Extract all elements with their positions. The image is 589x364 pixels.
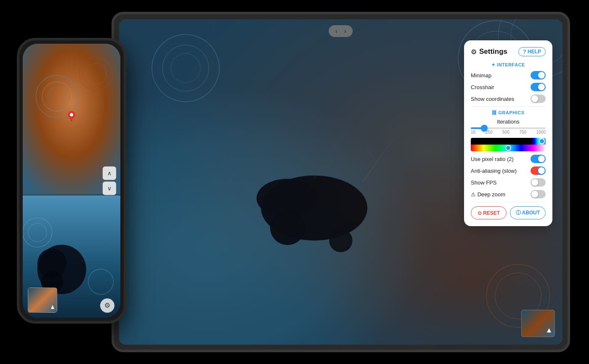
crosshair-label: Crosshair bbox=[471, 84, 494, 90]
minimap-toggle-thumb bbox=[538, 72, 545, 79]
phone-fractal-bottom[interactable]: ⚙ bbox=[23, 195, 120, 318]
show-coordinates-toggle[interactable] bbox=[531, 95, 546, 103]
tablet-prev-button[interactable]: ‹ bbox=[333, 27, 340, 35]
pixel-ratio-label: Use pixel ratio (2) bbox=[471, 156, 514, 162]
settings-gear-icon: ⚙ bbox=[471, 48, 477, 56]
tick-750: 750 bbox=[519, 130, 526, 135]
settings-panel: ⚙ Settings ? HELP ✦ INTERFACE Minimap Cr… bbox=[464, 40, 552, 226]
minimap-toggle-row: Minimap bbox=[471, 71, 546, 79]
show-coordinates-toggle-thumb bbox=[531, 95, 538, 102]
tablet-next-button[interactable]: › bbox=[342, 27, 349, 35]
anti-aliasing-toggle-row: Anti-aliasing (slow) bbox=[471, 166, 546, 175]
show-fps-toggle[interactable] bbox=[531, 178, 546, 187]
phone-gear-button[interactable]: ⚙ bbox=[100, 298, 114, 313]
tablet-minimap bbox=[521, 310, 555, 337]
deep-zoom-label: ⚠ Deep zoom bbox=[471, 191, 505, 198]
pixel-ratio-toggle[interactable] bbox=[531, 155, 546, 163]
anti-aliasing-label: Anti-aliasing (slow) bbox=[471, 168, 517, 174]
tick-500: 500 bbox=[502, 130, 509, 135]
color-top-bar[interactable] bbox=[471, 138, 546, 145]
crosshair-toggle-row: Crosshair bbox=[471, 83, 546, 91]
phone-cursor bbox=[51, 305, 54, 309]
warning-icon: ⚠ bbox=[471, 191, 476, 198]
deep-zoom-toggle[interactable] bbox=[531, 190, 546, 198]
panel-bottom-buttons: ⊙ RESET ⓘ ABOUT bbox=[471, 206, 546, 219]
deep-zoom-toggle-thumb bbox=[531, 191, 538, 198]
phone-up-button[interactable]: ∧ bbox=[103, 166, 116, 180]
iterations-slider-track[interactable] bbox=[471, 127, 546, 129]
tablet-nav: ‹ › bbox=[329, 25, 353, 37]
anti-aliasing-toggle[interactable] bbox=[531, 166, 546, 175]
reset-button[interactable]: ⊙ RESET bbox=[471, 206, 507, 219]
graphics-section-label: 🖼 GRAPHICS bbox=[471, 110, 546, 115]
settings-title: Settings bbox=[479, 47, 507, 56]
color-top-thumb[interactable] bbox=[539, 138, 545, 144]
show-fps-label: Show FPS bbox=[471, 179, 496, 186]
pixel-ratio-toggle-row: Use pixel ratio (2) bbox=[471, 155, 546, 163]
pin-icon bbox=[66, 109, 77, 120]
show-coordinates-label: Show coordinates bbox=[471, 96, 514, 102]
color-bottom-bar[interactable] bbox=[471, 145, 546, 151]
crosshair-toggle-thumb bbox=[538, 84, 545, 90]
phone-location-pin bbox=[68, 111, 75, 121]
tick-1000: 1000 bbox=[536, 130, 546, 135]
iterations-label: Iterations bbox=[471, 119, 546, 125]
phone-arrows: ∧ ∨ bbox=[103, 166, 116, 195]
tablet-device: ‹ › ⚙ Settings ? HELP ✦ INTERFACE Minima… bbox=[111, 12, 570, 352]
pixel-ratio-toggle-thumb bbox=[538, 156, 545, 162]
tick-16: 16 bbox=[471, 130, 475, 135]
divider-2 bbox=[471, 202, 546, 202]
minimap-label: Minimap bbox=[471, 72, 491, 79]
show-coordinates-toggle-row: Show coordinates bbox=[471, 95, 546, 103]
interface-section-label: ✦ INTERFACE bbox=[471, 62, 546, 68]
settings-header: ⚙ Settings ? HELP bbox=[471, 47, 546, 56]
settings-title-group: ⚙ Settings bbox=[471, 47, 507, 56]
color-bottom-thumb[interactable] bbox=[505, 145, 511, 151]
phone-down-button[interactable]: ∨ bbox=[103, 182, 116, 195]
show-fps-toggle-row: Show FPS bbox=[471, 178, 546, 187]
phone-device: ⚙ ∧ ∨ bbox=[17, 38, 126, 324]
crosshair-toggle[interactable] bbox=[531, 83, 546, 91]
minimap-toggle[interactable] bbox=[531, 71, 546, 79]
deep-zoom-toggle-row: ⚠ Deep zoom bbox=[471, 190, 546, 198]
anti-aliasing-toggle-thumb bbox=[538, 167, 545, 174]
tablet-cursor bbox=[547, 328, 551, 332]
show-fps-toggle-thumb bbox=[531, 179, 538, 186]
tablet-screen: ‹ › ⚙ Settings ? HELP ✦ INTERFACE Minima… bbox=[119, 19, 562, 345]
iterations-slider-thumb[interactable] bbox=[481, 125, 488, 132]
about-button[interactable]: ⓘ ABOUT bbox=[510, 206, 546, 219]
phone-minimap bbox=[28, 288, 57, 313]
color-gradient-container[interactable] bbox=[471, 138, 546, 151]
iterations-slider-container: 16 250 500 750 1000 bbox=[471, 127, 546, 135]
phone-screen: ⚙ ∧ ∨ bbox=[23, 44, 120, 318]
divider-1 bbox=[471, 106, 546, 107]
help-button[interactable]: ? HELP bbox=[518, 47, 546, 56]
